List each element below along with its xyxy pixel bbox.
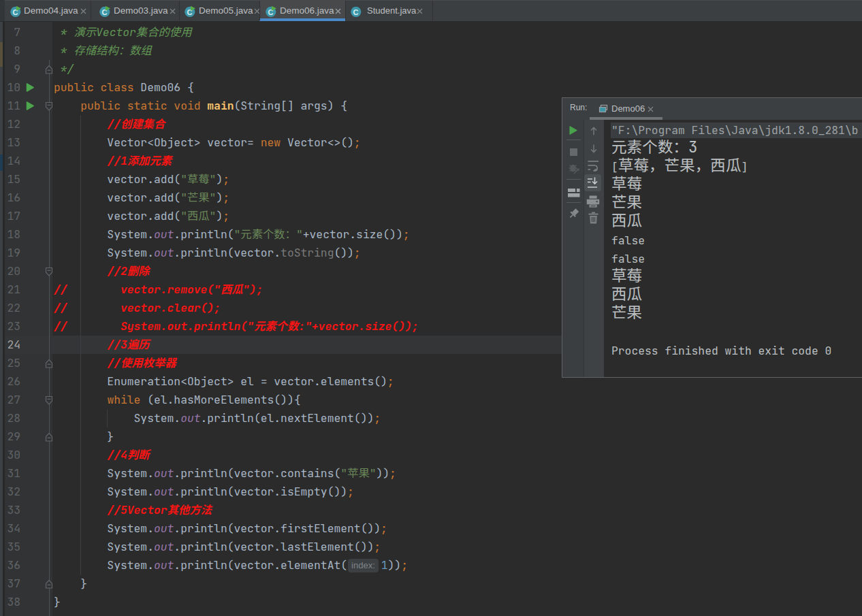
svg-text:C: C bbox=[353, 8, 359, 16]
